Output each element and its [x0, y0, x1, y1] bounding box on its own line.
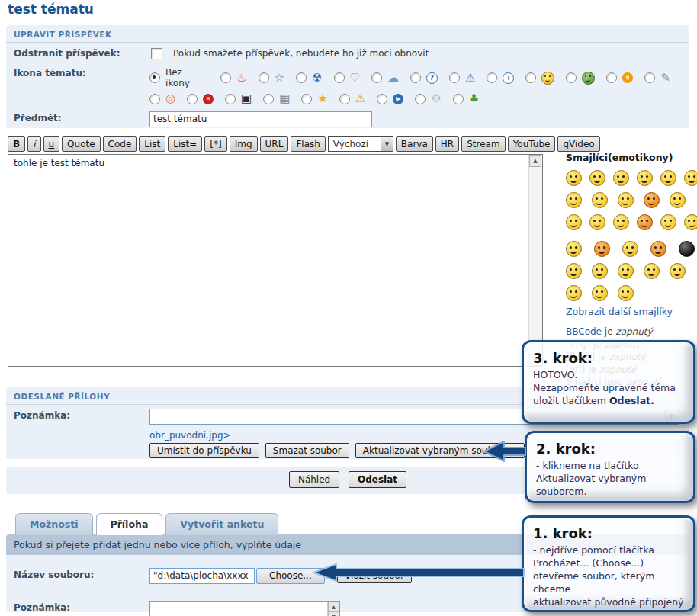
cow-smiley[interactable] [566, 263, 582, 279]
subject-input[interactable]: test tématu [149, 111, 372, 127]
happy-smiley[interactable] [684, 170, 697, 186]
play-radio[interactable] [377, 94, 387, 104]
grin-smiley[interactable] [566, 170, 582, 186]
star-outline-radio[interactable] [259, 72, 269, 83]
green-grin-radio[interactable] [566, 72, 577, 83]
bbcode-img-button[interactable]: Img [230, 136, 258, 152]
scrollbar-up-icon[interactable]: ▲ [529, 155, 541, 167]
hot-smiley[interactable] [650, 241, 666, 257]
syringe-radio[interactable] [644, 72, 655, 83]
bbcode-u-button[interactable]: u [43, 136, 60, 152]
callout-step1: 1. krok: - nejdříve pomocí tlačítkaProch… [522, 515, 695, 612]
message-textarea[interactable]: tohle je test tématu ▲ ▼ [8, 154, 543, 367]
bbcode-code-button[interactable]: Code [103, 136, 137, 152]
neutral-smiley[interactable] [660, 214, 676, 230]
sleep-smiley[interactable] [589, 214, 605, 230]
step1-title: 1. krok: [533, 525, 684, 541]
bbcode-url-button[interactable]: URL [260, 136, 289, 152]
sleepy-smiley-radio[interactable] [525, 72, 536, 83]
warning-radio[interactable] [339, 94, 350, 104]
toolbar-right: BarvaHRStreamYouTubegVideo [396, 136, 600, 152]
preview-button[interactable]: Náhled [289, 471, 339, 488]
bbcode-gvideo-button[interactable]: gVideo [557, 136, 599, 152]
wink-smiley[interactable] [684, 214, 697, 230]
bbcode-stream-button[interactable]: Stream [461, 136, 505, 152]
note-label: Poznámka: [14, 409, 149, 421]
bbcode-list-button[interactable]: List= [168, 136, 202, 152]
gear-radio[interactable] [415, 94, 426, 104]
tab-options[interactable]: Možnosti [15, 513, 93, 535]
worried-smiley[interactable] [618, 263, 634, 279]
thought-bubble-radio[interactable] [371, 72, 382, 83]
crazy-smiley[interactable] [592, 263, 608, 279]
razz-smiley[interactable] [670, 192, 686, 208]
skeptical-smiley[interactable] [670, 263, 686, 279]
delete-file-button[interactable]: Smazat soubor [265, 443, 349, 458]
spinner-down-icon[interactable]: ▼ [328, 611, 339, 616]
bbcode-list-button[interactable]: List [139, 136, 165, 152]
question-icon-option: ? [410, 72, 438, 84]
tree-radio[interactable] [453, 94, 464, 104]
info-radio[interactable] [487, 72, 497, 83]
cool-smiley[interactable] [566, 192, 582, 208]
question-icon: ? [426, 72, 438, 84]
submit-button[interactable]: Odeslat [348, 471, 406, 488]
note2-scrollbar[interactable]: ▲ ▼ [327, 602, 339, 616]
gear-icon-option: ⚙ [415, 93, 441, 104]
lifebuoy-radio[interactable] [149, 94, 160, 104]
stop-x-radio[interactable] [187, 94, 198, 104]
star-outline-icon: ☆ [275, 72, 284, 84]
bbcode-hr-button[interactable]: HR [435, 136, 459, 152]
message-scrollbar[interactable]: ▲ ▼ [528, 155, 542, 366]
angry-smiley[interactable] [594, 241, 610, 257]
floppy-disk-radio[interactable] [225, 94, 236, 104]
smile-smiley[interactable] [589, 170, 605, 186]
evil-smiley[interactable] [637, 214, 653, 230]
bbcode-quote-button[interactable]: Quote [62, 136, 100, 152]
bbcode-youtube-button[interactable]: YouTube [508, 136, 556, 152]
quiet-smiley[interactable] [644, 263, 660, 279]
font-select[interactable]: Výchozí ▼ [328, 136, 393, 152]
bbcode--button[interactable]: [*] [204, 136, 226, 152]
inlove-smiley[interactable] [566, 285, 582, 301]
confused-smiley[interactable] [566, 241, 582, 257]
bomb-smiley[interactable] [679, 241, 695, 257]
headphones-smiley[interactable] [618, 192, 634, 208]
lol-smiley[interactable] [592, 192, 608, 208]
bbcode-status-link[interactable]: BBCode [566, 326, 602, 337]
calendar-radio[interactable] [263, 94, 274, 104]
music-smiley[interactable] [613, 214, 629, 230]
surprised-smiley[interactable] [618, 285, 634, 301]
more-smilies-link[interactable]: Zobrazit další smajlíky [566, 306, 697, 317]
flame-radio[interactable] [220, 72, 231, 83]
eek-smiley[interactable] [660, 170, 676, 186]
spinner-up-icon[interactable]: ▲ [328, 602, 339, 611]
delete-post-checkbox[interactable] [151, 48, 162, 59]
alert-triangle-radio[interactable] [449, 72, 460, 83]
shocked-smiley[interactable] [637, 170, 653, 186]
lightning-icon: ↯ [622, 72, 633, 83]
bbcode-b-button[interactable]: B [8, 136, 25, 152]
bbcode-flash-button[interactable]: Flash [291, 136, 325, 152]
radiation-radio[interactable] [296, 72, 307, 83]
tab-create-poll[interactable]: Vytvořit anketu [165, 513, 278, 535]
gold-star-radio[interactable] [301, 94, 312, 104]
alien-smiley[interactable] [622, 241, 638, 257]
sad-smiley[interactable] [613, 170, 629, 186]
topic-icon-row: Ikona tématu: Bez ikony ♨☆☢♡☁?⚠i↯✎ ◎✕▣▦★… [6, 63, 689, 107]
tab-attachment[interactable]: Příloha [96, 513, 163, 535]
bbcode-barva-button[interactable]: Barva [396, 136, 433, 152]
blush-smiley[interactable] [566, 214, 582, 230]
bbcode-i-button[interactable]: i [27, 136, 40, 152]
heart-radio[interactable] [334, 72, 345, 83]
lightning-radio[interactable] [606, 72, 617, 83]
attached-file-link[interactable]: obr_puvodni.jpg> [149, 430, 231, 441]
rolleyes-smiley[interactable] [592, 285, 608, 301]
question-radio[interactable] [410, 72, 421, 83]
note2-input[interactable]: ▲ ▼ [149, 601, 340, 616]
mad-smiley[interactable] [644, 192, 660, 208]
place-into-post-button[interactable]: Umístit do příspěvku [149, 443, 259, 458]
filename-input[interactable]: "d:\data\plocha\xxxx [149, 568, 255, 584]
no-icon-radio[interactable] [149, 72, 160, 83]
smilies-panel: Smajlíci(emotikony) [566, 152, 695, 307]
